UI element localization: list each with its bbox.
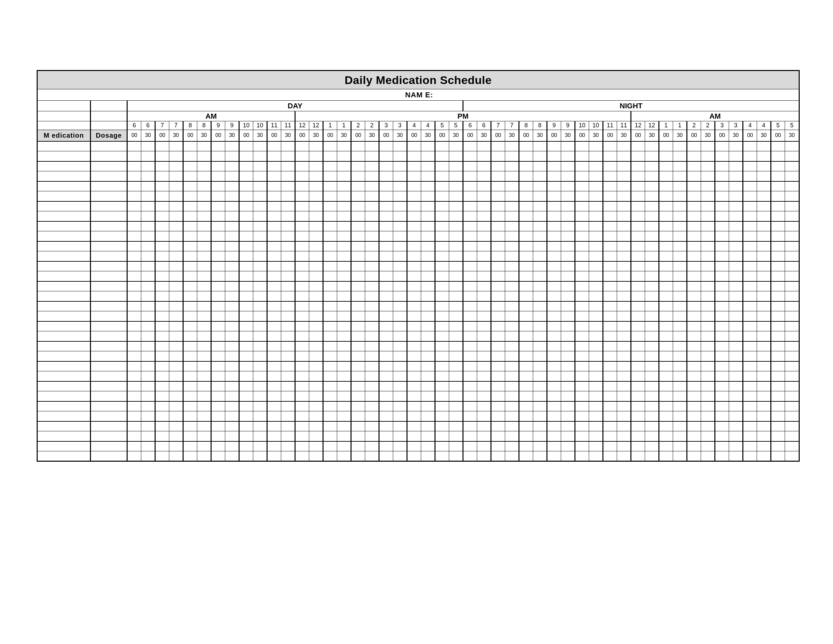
schedule-cell[interactable] [351, 391, 365, 401]
schedule-cell[interactable] [169, 171, 183, 181]
schedule-cell[interactable] [155, 211, 169, 221]
schedule-cell[interactable] [155, 201, 169, 211]
schedule-cell[interactable] [505, 451, 519, 461]
schedule-cell[interactable] [351, 361, 365, 371]
schedule-cell[interactable] [141, 371, 155, 382]
schedule-cell[interactable] [729, 311, 743, 321]
schedule-cell[interactable] [253, 371, 267, 382]
schedule-cell[interactable] [715, 211, 729, 221]
schedule-cell[interactable] [533, 451, 547, 461]
schedule-cell[interactable] [393, 331, 407, 341]
schedule-cell[interactable] [351, 371, 365, 382]
schedule-cell[interactable] [645, 341, 659, 351]
schedule-cell[interactable] [743, 401, 757, 411]
schedule-cell[interactable] [603, 382, 617, 391]
schedule-cell[interactable] [477, 311, 491, 321]
schedule-cell[interactable] [645, 261, 659, 271]
schedule-cell[interactable] [757, 151, 771, 161]
schedule-cell[interactable] [729, 411, 743, 421]
schedule-cell[interactable] [631, 251, 645, 261]
schedule-cell[interactable] [365, 411, 379, 421]
schedule-cell[interactable] [687, 231, 701, 242]
schedule-cell[interactable] [365, 271, 379, 281]
schedule-cell[interactable] [603, 161, 617, 171]
schedule-cell[interactable] [631, 192, 645, 201]
schedule-cell[interactable] [393, 411, 407, 421]
schedule-cell[interactable] [309, 331, 323, 341]
schedule-cell[interactable] [393, 251, 407, 261]
schedule-cell[interactable] [561, 231, 575, 242]
schedule-cell[interactable] [701, 391, 715, 401]
schedule-cell[interactable] [477, 361, 491, 371]
schedule-cell[interactable] [519, 291, 533, 301]
medication-cell[interactable] [37, 301, 91, 311]
schedule-cell[interactable] [673, 382, 687, 391]
schedule-cell[interactable] [141, 171, 155, 181]
schedule-cell[interactable] [435, 291, 449, 301]
schedule-cell[interactable] [631, 382, 645, 391]
schedule-cell[interactable] [295, 441, 309, 451]
schedule-cell[interactable] [477, 231, 491, 242]
schedule-cell[interactable] [351, 421, 365, 431]
schedule-cell[interactable] [673, 311, 687, 321]
schedule-cell[interactable] [435, 141, 449, 151]
schedule-cell[interactable] [659, 411, 673, 421]
schedule-cell[interactable] [393, 341, 407, 351]
schedule-cell[interactable] [561, 181, 575, 192]
schedule-cell[interactable] [197, 431, 211, 441]
schedule-cell[interactable] [323, 361, 337, 371]
schedule-cell[interactable] [155, 271, 169, 281]
schedule-cell[interactable] [393, 171, 407, 181]
schedule-cell[interactable] [407, 311, 421, 321]
schedule-cell[interactable] [729, 201, 743, 211]
schedule-cell[interactable] [631, 271, 645, 281]
schedule-cell[interactable] [295, 391, 309, 401]
schedule-cell[interactable] [253, 421, 267, 431]
schedule-cell[interactable] [505, 301, 519, 311]
schedule-cell[interactable] [491, 382, 505, 391]
schedule-cell[interactable] [295, 431, 309, 441]
schedule-cell[interactable] [407, 411, 421, 421]
schedule-cell[interactable] [379, 211, 393, 221]
schedule-cell[interactable] [365, 401, 379, 411]
schedule-cell[interactable] [211, 161, 225, 171]
schedule-cell[interactable] [561, 271, 575, 281]
schedule-cell[interactable] [267, 321, 281, 331]
dosage-cell[interactable] [91, 361, 127, 371]
schedule-cell[interactable] [561, 451, 575, 461]
schedule-cell[interactable] [491, 261, 505, 271]
schedule-cell[interactable] [267, 421, 281, 431]
schedule-cell[interactable] [603, 331, 617, 341]
schedule-cell[interactable] [323, 421, 337, 431]
schedule-cell[interactable] [617, 431, 631, 441]
schedule-cell[interactable] [673, 211, 687, 221]
schedule-cell[interactable] [295, 411, 309, 421]
schedule-cell[interactable] [575, 391, 589, 401]
medication-cell[interactable] [37, 401, 91, 411]
schedule-cell[interactable] [351, 301, 365, 311]
schedule-cell[interactable] [645, 192, 659, 201]
schedule-cell[interactable] [729, 221, 743, 231]
schedule-cell[interactable] [141, 301, 155, 311]
schedule-cell[interactable] [631, 341, 645, 351]
schedule-cell[interactable] [211, 221, 225, 231]
schedule-cell[interactable] [547, 451, 561, 461]
schedule-cell[interactable] [757, 371, 771, 382]
schedule-cell[interactable] [253, 251, 267, 261]
schedule-cell[interactable] [463, 421, 477, 431]
schedule-cell[interactable] [365, 242, 379, 251]
schedule-cell[interactable] [281, 361, 295, 371]
schedule-cell[interactable] [561, 311, 575, 321]
schedule-cell[interactable] [127, 231, 141, 242]
schedule-cell[interactable] [183, 231, 197, 242]
schedule-cell[interactable] [295, 211, 309, 221]
schedule-cell[interactable] [169, 451, 183, 461]
schedule-cell[interactable] [547, 401, 561, 411]
schedule-cell[interactable] [421, 242, 435, 251]
schedule-cell[interactable] [365, 231, 379, 242]
schedule-cell[interactable] [533, 371, 547, 382]
schedule-cell[interactable] [729, 231, 743, 242]
schedule-cell[interactable] [337, 141, 351, 151]
schedule-cell[interactable] [225, 301, 239, 311]
schedule-cell[interactable] [561, 171, 575, 181]
